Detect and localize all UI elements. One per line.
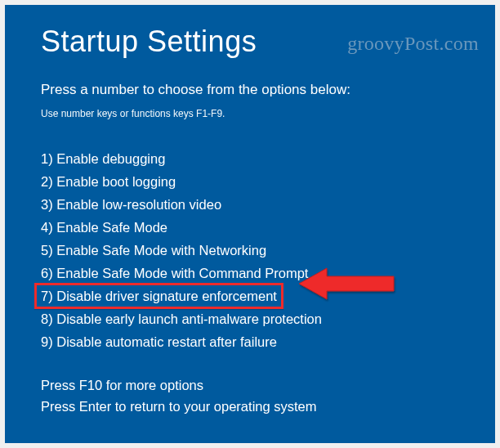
option-3[interactable]: 3) Enable low-resolution video — [41, 193, 464, 216]
option-4[interactable]: 4) Enable Safe Mode — [41, 216, 464, 239]
option-2[interactable]: 2) Enable boot logging — [41, 170, 464, 193]
options-list: 1) Enable debugging 2) Enable boot loggi… — [41, 147, 464, 353]
option-5[interactable]: 5) Enable Safe Mode with Networking — [41, 239, 464, 262]
page-title: Startup Settings — [41, 25, 464, 59]
option-1[interactable]: 1) Enable debugging — [41, 147, 464, 170]
option-6[interactable]: 6) Enable Safe Mode with Command Prompt — [41, 262, 464, 284]
option-7[interactable]: 7) Disable driver signature enforcement — [41, 284, 464, 307]
option-8[interactable]: 8) Disable early launch anti-malware pro… — [41, 307, 464, 330]
hint-text: Use number keys or functions keys F1-F9. — [41, 108, 464, 119]
startup-settings-screen: groovyPost.com Startup Settings Press a … — [5, 5, 495, 443]
footer: Press F10 for more options Press Enter t… — [41, 374, 317, 417]
footer-line-return: Press Enter to return to your operating … — [41, 396, 317, 417]
option-9[interactable]: 9) Disable automatic restart after failu… — [41, 330, 464, 353]
instruction-text: Press a number to choose from the option… — [41, 82, 464, 98]
footer-line-more: Press F10 for more options — [41, 374, 317, 396]
